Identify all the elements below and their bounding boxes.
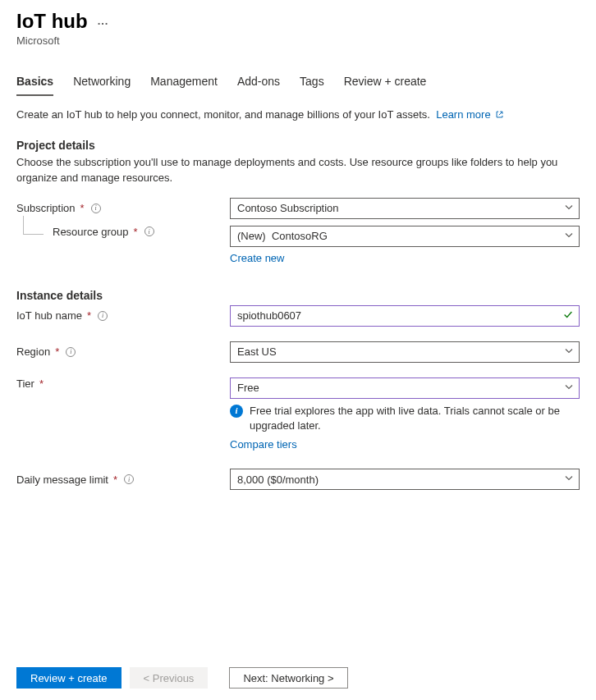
subscription-value: Contoso Subscription: [237, 202, 339, 214]
info-icon[interactable]: i: [66, 347, 76, 357]
chevron-down-icon: [564, 202, 574, 214]
overflow-icon[interactable]: ···: [98, 14, 109, 30]
project-details-desc: Choose the subscription you'll use to ma…: [16, 155, 580, 186]
tier-note: i Free trial explores the app with live …: [230, 404, 580, 433]
compare-tiers-link[interactable]: Compare tiers: [230, 438, 297, 451]
publisher-label: Microsoft: [16, 34, 580, 47]
instance-details-heading: Instance details: [16, 289, 580, 302]
daily-limit-value: 8,000 ($0/month): [237, 474, 319, 486]
intro-copy: Create an IoT hub to help you connect, m…: [16, 108, 430, 121]
resource-group-select[interactable]: (New) ContosoRG: [230, 226, 580, 247]
chevron-down-icon: [564, 382, 574, 394]
subscription-label: Subscription* i: [16, 202, 230, 214]
daily-limit-label: Daily message limit* i: [16, 474, 230, 486]
tab-review-create[interactable]: Review + create: [344, 70, 427, 96]
tab-management[interactable]: Management: [150, 70, 218, 96]
intro-text: Create an IoT hub to help you connect, m…: [16, 108, 580, 121]
checkmark-icon: [562, 309, 574, 323]
info-icon[interactable]: i: [91, 204, 101, 213]
chevron-down-icon: [564, 345, 574, 358]
subscription-select[interactable]: Contoso Subscription: [230, 198, 580, 219]
tier-value: Free: [237, 382, 259, 394]
info-icon[interactable]: i: [124, 474, 134, 484]
project-details-heading: Project details: [16, 139, 580, 152]
create-new-link[interactable]: Create new: [230, 252, 284, 264]
chevron-down-icon: [564, 474, 574, 486]
tier-label: Tier*: [16, 377, 230, 390]
tier-note-text: Free trial explores the app with live da…: [250, 404, 580, 433]
tab-networking[interactable]: Networking: [73, 70, 131, 96]
tab-tags[interactable]: Tags: [300, 70, 324, 96]
region-label: Region* i: [16, 345, 230, 358]
info-icon[interactable]: i: [144, 226, 154, 236]
resource-group-value: (New) ContosoRG: [237, 230, 328, 242]
info-badge-icon: i: [230, 405, 243, 418]
info-icon[interactable]: i: [98, 311, 108, 321]
resource-group-label: Resource group* i: [16, 226, 230, 238]
tab-bar: Basics Networking Management Add-ons Tag…: [16, 70, 580, 97]
tier-select[interactable]: Free: [230, 377, 580, 399]
hub-name-label: IoT hub name* i: [16, 309, 230, 322]
learn-more-link[interactable]: Learn more: [436, 108, 504, 121]
region-select[interactable]: East US: [230, 341, 580, 363]
daily-limit-select[interactable]: 8,000 ($0/month): [230, 469, 580, 490]
tab-add-ons[interactable]: Add-ons: [237, 70, 280, 96]
learn-more-label: Learn more: [436, 108, 490, 121]
hub-name-value: spiothub0607: [237, 309, 301, 322]
hub-name-input[interactable]: spiothub0607: [230, 305, 580, 327]
page-title: IoT hub: [16, 10, 88, 33]
tab-basics[interactable]: Basics: [16, 70, 53, 96]
region-value: East US: [237, 345, 277, 358]
external-link-icon: [495, 110, 504, 119]
chevron-down-icon: [564, 230, 574, 242]
